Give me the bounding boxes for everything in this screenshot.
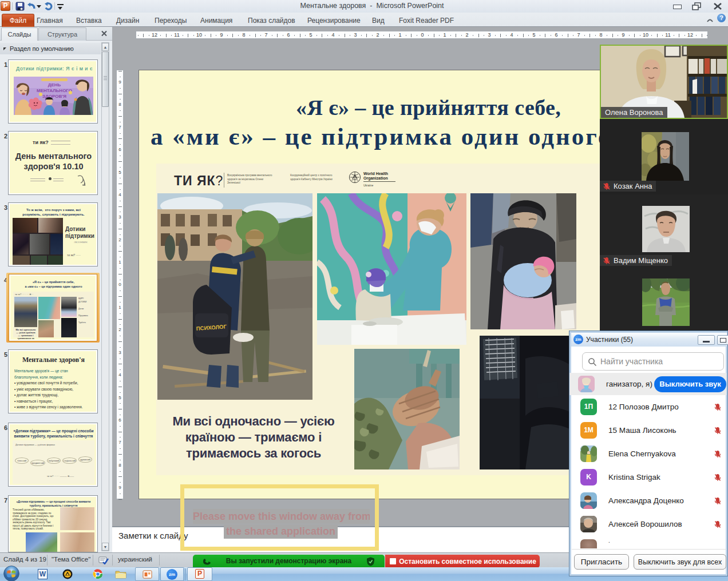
svg-text:ДЕНЬ: ДЕНЬ — [48, 82, 61, 87]
svg-text:ЗДОРОВ'Я: ЗДОРОВ'Я — [42, 94, 66, 99]
svg-text:МЕНТАЛЬНОГО: МЕНТАЛЬНОГО — [37, 88, 72, 93]
